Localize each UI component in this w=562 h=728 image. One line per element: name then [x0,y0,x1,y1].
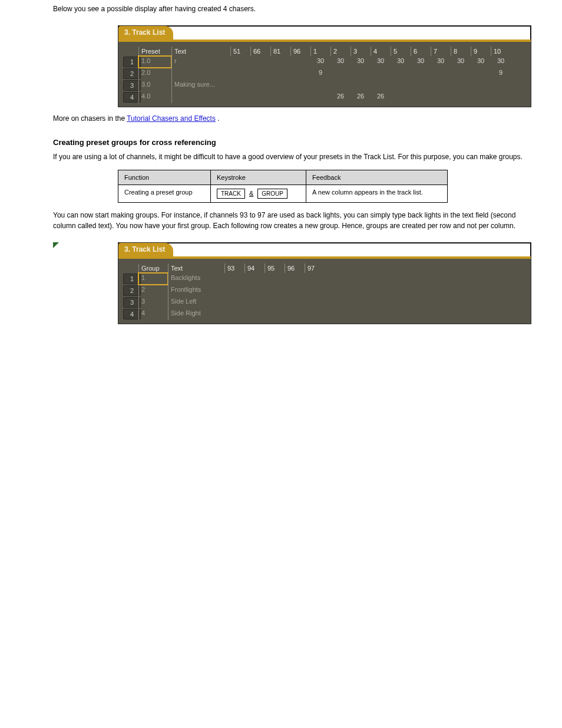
value-cell[interactable]: 30 [391,56,411,68]
value-cell[interactable] [491,80,511,91]
value-cell[interactable]: 30 [330,56,351,68]
value-cell[interactable] [224,297,244,308]
value-cell[interactable] [230,56,250,68]
value-cell[interactable] [411,91,431,103]
text-cell[interactable]: Side Left [168,297,224,308]
value-cell[interactable] [290,56,310,68]
panel-resize-corner-icon[interactable] [53,242,59,248]
value-cell[interactable] [270,68,290,80]
value-cell[interactable] [351,68,371,80]
value-cell[interactable] [230,91,250,103]
value-cell[interactable] [411,68,431,80]
value-cell[interactable] [250,68,270,80]
value-cell[interactable] [285,285,305,297]
value-cell[interactable] [265,297,285,308]
text-cell[interactable]: Side Right [168,308,224,320]
value-cell[interactable] [391,80,411,91]
value-cell[interactable] [491,91,511,103]
value-cell[interactable] [270,91,290,103]
value-cell[interactable] [431,91,451,103]
value-cell[interactable] [244,285,265,297]
col-channel: 95 [265,263,285,273]
text-cell[interactable] [171,91,230,103]
value-cell[interactable] [224,273,244,285]
text-cell[interactable]: Frontlights [168,285,224,297]
value-cell[interactable] [471,80,491,91]
group-cell[interactable]: 1 [138,273,168,285]
value-cell[interactable]: 26 [371,91,391,103]
value-cell[interactable] [451,91,471,103]
value-cell[interactable] [431,80,451,91]
value-cell[interactable] [471,91,491,103]
value-cell[interactable]: 30 [310,56,330,68]
value-cell[interactable] [305,285,325,297]
value-cell[interactable] [391,68,411,80]
tutorial-chasers-link[interactable]: Tutorial Chasers and Effects [127,114,216,123]
value-cell[interactable] [391,91,411,103]
value-cell[interactable] [330,80,351,91]
value-cell[interactable] [230,68,250,80]
preset-cell[interactable]: 4.0 [138,91,171,103]
value-cell[interactable] [290,68,310,80]
keytbl-hdr-keystroke: Keystroke [210,170,306,185]
value-cell[interactable] [250,80,270,91]
value-cell[interactable]: 9 [310,68,330,80]
value-cell[interactable]: 9 [491,68,511,80]
value-cell[interactable] [451,80,471,91]
group-cell[interactable]: 2 [138,285,168,297]
value-cell[interactable] [230,80,250,91]
value-cell[interactable] [371,80,391,91]
value-cell[interactable] [431,68,451,80]
value-cell[interactable]: 30 [351,56,371,68]
value-cell[interactable] [244,297,265,308]
value-cell[interactable] [250,91,270,103]
value-cell[interactable] [250,56,270,68]
value-cell[interactable] [224,308,244,320]
tracklist-tab[interactable]: 3. Track List [118,26,173,39]
tracklist-tab[interactable]: 3. Track List [118,243,173,256]
text-cell[interactable]: r [171,56,230,68]
value-cell[interactable]: 26 [351,91,371,103]
col-channel: 5 [391,47,411,56]
value-cell[interactable] [411,80,431,91]
value-cell[interactable] [471,68,491,80]
value-cell[interactable] [451,68,471,80]
value-cell[interactable] [285,273,305,285]
value-cell[interactable]: 30 [451,56,471,68]
value-cell[interactable]: 30 [371,56,391,68]
value-cell[interactable] [265,308,285,320]
value-cell[interactable] [330,68,351,80]
value-cell[interactable] [285,308,305,320]
value-cell[interactable] [290,91,310,103]
text-cell[interactable]: Backlights [168,273,224,285]
value-cell[interactable] [305,308,325,320]
value-cell[interactable] [270,80,290,91]
value-cell[interactable] [305,273,325,285]
value-cell[interactable] [290,80,310,91]
value-cell[interactable] [265,285,285,297]
value-cell[interactable] [244,308,265,320]
intro-sentence: Below you see a possible display after h… [53,4,527,15]
value-cell[interactable] [244,273,265,285]
value-cell[interactable] [270,56,290,68]
text-cell[interactable] [171,68,230,80]
value-cell[interactable] [285,297,305,308]
value-cell[interactable] [310,80,330,91]
group-cell[interactable]: 4 [138,308,168,320]
value-cell[interactable] [371,68,391,80]
value-cell[interactable] [265,273,285,285]
preset-cell[interactable]: 2.0 [138,68,171,80]
value-cell[interactable] [351,80,371,91]
text-cell[interactable]: Making sure... [171,80,230,91]
value-cell[interactable]: 30 [471,56,491,68]
preset-cell[interactable]: 3.0 [138,80,171,91]
preset-cell[interactable]: 1.0 [138,56,171,68]
value-cell[interactable]: 30 [411,56,431,68]
group-cell[interactable]: 3 [138,297,168,308]
value-cell[interactable] [224,285,244,297]
value-cell[interactable]: 30 [491,56,511,68]
value-cell[interactable] [310,91,330,103]
value-cell[interactable]: 26 [330,91,351,103]
value-cell[interactable] [305,297,325,308]
value-cell[interactable]: 30 [431,56,451,68]
